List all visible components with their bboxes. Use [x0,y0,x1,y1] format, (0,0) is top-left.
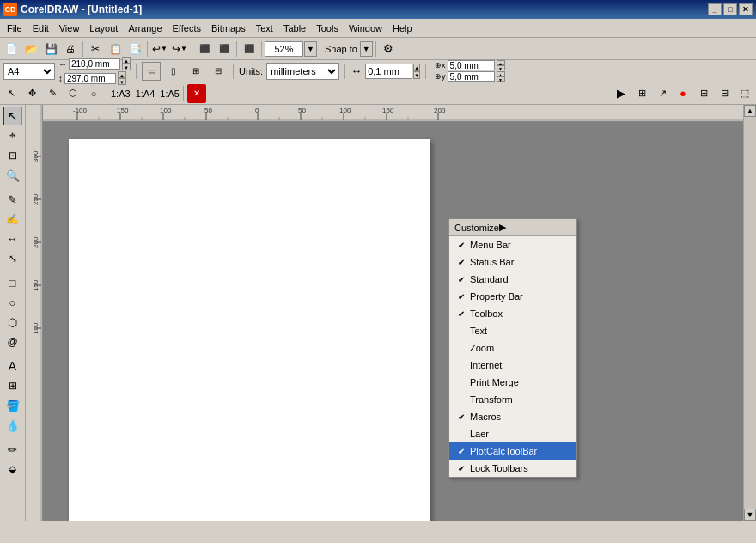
cy-down[interactable]: ▼ [497,76,505,82]
menu-help[interactable]: Help [387,21,418,35]
portrait-button[interactable]: ▭ [142,62,161,81]
width-up[interactable]: ▲ [122,57,131,64]
dash-button[interactable]: — [208,84,227,103]
shape-tool[interactable]: ⬡ [64,84,82,103]
polygon-tool[interactable]: ⬡ [3,313,22,332]
open-button[interactable]: 📂 [21,40,40,58]
ellipse-tool[interactable]: ○ [3,293,22,312]
ctx-standard[interactable]: ✔ Standard [449,271,576,288]
float-btn4[interactable]: ● [674,84,692,103]
zoom-input[interactable] [265,41,303,57]
text-tool[interactable]: A [3,357,22,375]
title-controls[interactable]: _ □ ✕ [708,3,753,15]
table-tool[interactable]: ⊞ [3,376,22,395]
node-tool[interactable]: ⌖ [3,126,22,145]
paste-button[interactable]: 📑 [125,40,144,58]
zoom-tool[interactable]: 🔍 [3,166,22,185]
ctx-lock-toolbars[interactable]: ✔ Lock Toolbars [449,460,576,477]
float-btn6[interactable]: ⊟ [715,84,734,103]
height-up[interactable]: ▲ [118,71,126,78]
shadow-tool[interactable]: ⬙ [3,460,22,479]
menu-window[interactable]: Window [344,21,387,35]
x-button[interactable]: ✕ [187,84,206,103]
nudge-down[interactable]: ▼ [413,71,420,79]
width-down[interactable]: ▼ [122,64,131,70]
ctx-print-merge[interactable]: Print Merge [449,374,576,391]
units-select[interactable]: millimeters [266,63,339,80]
ctx-toolbox[interactable]: ✔ Toolbox [449,305,576,322]
cx-down[interactable]: ▼ [497,65,505,70]
close-button[interactable]: ✕ [739,3,753,15]
outline-tool[interactable]: ✏ [3,440,22,459]
ctx-macros[interactable]: ✔ Macros [449,408,576,425]
scroll-up-button[interactable]: ▲ [744,105,756,117]
smart-draw-tool[interactable]: ✍ [3,210,22,229]
menu-table[interactable]: Table [278,21,311,35]
publish-button[interactable]: ⬛ [240,40,259,58]
menu-effects[interactable]: Effects [168,21,206,35]
import-button[interactable]: ⬛ [195,40,214,58]
facing-pages-button[interactable]: ⊟ [209,62,228,81]
menu-arrange[interactable]: Arrange [123,21,167,35]
zoom-dropdown[interactable]: ▼ [304,41,317,57]
options-button[interactable]: ⚙ [379,40,398,58]
coord-y-input[interactable] [448,71,495,82]
float-btn2[interactable]: ⊞ [632,84,651,103]
float-btn3[interactable]: ↗ [653,84,672,103]
export-button[interactable]: ⬛ [215,40,234,58]
page-width-input[interactable] [69,58,120,70]
ctx-status-bar[interactable]: ✔ Status Bar [449,253,576,271]
cut-button[interactable]: ✂ [86,40,105,58]
fill-tool[interactable]: 🪣 [3,396,22,415]
save-button[interactable]: 💾 [41,40,60,58]
ctx-internet[interactable]: Internet [449,357,576,374]
pointer-tool[interactable]: ↖ [2,84,21,103]
ctx-plotcalc[interactable]: ✔ PlotCalcToolBar [449,442,576,460]
page-size-select[interactable]: A4 [3,63,55,80]
float-btn5[interactable]: ⊞ [694,84,713,103]
select-tool[interactable]: ↖ [3,107,22,125]
connector-tool[interactable]: ⤡ [3,249,22,268]
page-layout-button[interactable]: ⊞ [186,62,205,81]
menu-bitmaps[interactable]: Bitmaps [206,21,251,35]
pencil-tool[interactable]: ✎ [43,84,62,103]
spiral-tool[interactable]: @ [3,333,22,351]
circle-tool[interactable]: ○ [84,84,103,103]
copy-button[interactable]: 📋 [106,40,125,58]
print-button[interactable]: 🖨 [61,40,80,58]
menu-layout[interactable]: Layout [84,21,123,35]
ctx-zoom[interactable]: Zoom [449,339,576,357]
maximize-button[interactable]: □ [723,3,737,15]
ctx-laer[interactable]: Laer [449,425,576,442]
ctx-transform[interactable]: Transform [449,391,576,408]
undo-button[interactable]: ↩▼ [150,40,169,58]
ctx-property-bar[interactable]: ✔ Property Bar [449,288,576,305]
float-btn1[interactable]: ▶ [612,84,631,103]
move-tool[interactable]: ✥ [22,84,41,103]
menu-text[interactable]: Text [251,21,278,35]
freehand-tool[interactable]: ✎ [3,190,22,209]
eyedropper-tool[interactable]: 💧 [3,416,22,435]
minimize-button[interactable]: _ [708,3,722,15]
crop-tool[interactable]: ⊡ [3,146,22,165]
right-scrollbar[interactable]: ▲ ▼ [743,105,756,521]
page-height-input[interactable] [64,73,116,84]
float-btn7[interactable]: ⬚ [735,84,754,103]
scroll-down-button[interactable]: ▼ [744,509,756,521]
new-button[interactable]: 📄 [2,40,21,58]
menu-file[interactable]: File [2,21,27,35]
ctx-text[interactable]: Text [449,322,576,339]
snap-dropdown[interactable]: ▼ [360,41,373,57]
landscape-button[interactable]: ▯ [164,62,183,81]
nudge-up[interactable]: ▲ [413,64,420,71]
menu-edit[interactable]: Edit [27,21,54,35]
menu-view[interactable]: View [54,21,85,35]
rectangle-tool[interactable]: □ [3,273,22,292]
nudge-input[interactable] [365,64,412,79]
ctx-menu-bar[interactable]: ✔ Menu Bar [449,236,576,253]
customize-item[interactable]: Customize ▶ [449,219,576,236]
dimension-tool[interactable]: ↔ [3,229,22,248]
menu-tools[interactable]: Tools [311,21,344,35]
redo-button[interactable]: ↪▼ [170,40,189,58]
coord-x-input[interactable] [448,60,495,70]
